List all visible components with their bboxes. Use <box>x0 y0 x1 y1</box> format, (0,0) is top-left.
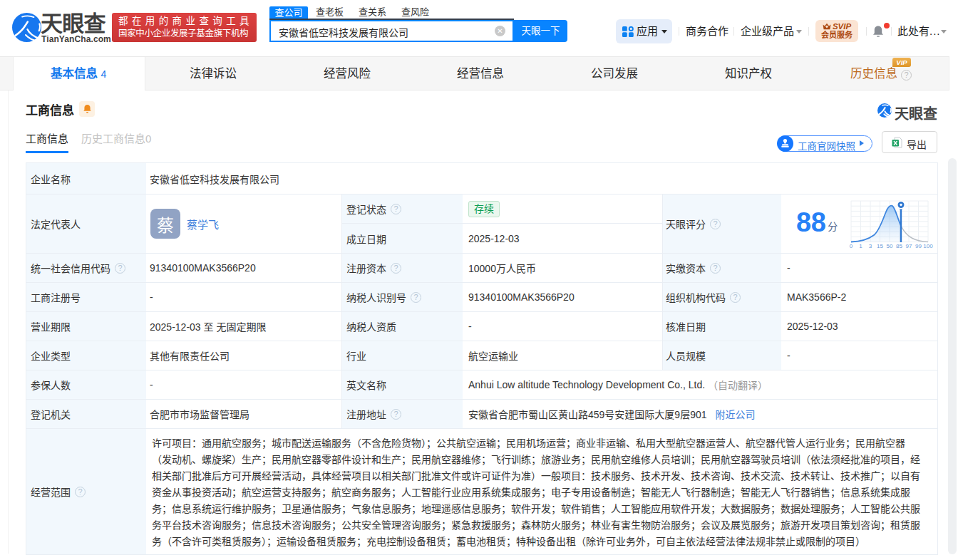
svg-text:3: 3 <box>869 243 872 249</box>
svg-text:100: 100 <box>923 243 933 249</box>
svg-text:50: 50 <box>887 243 893 249</box>
svg-text:1: 1 <box>859 243 862 249</box>
svg-text:99: 99 <box>915 243 922 249</box>
svg-text:0: 0 <box>850 243 853 249</box>
svg-text:97: 97 <box>906 243 912 249</box>
svg-text:15: 15 <box>877 243 883 249</box>
svg-text:85: 85 <box>896 243 902 249</box>
